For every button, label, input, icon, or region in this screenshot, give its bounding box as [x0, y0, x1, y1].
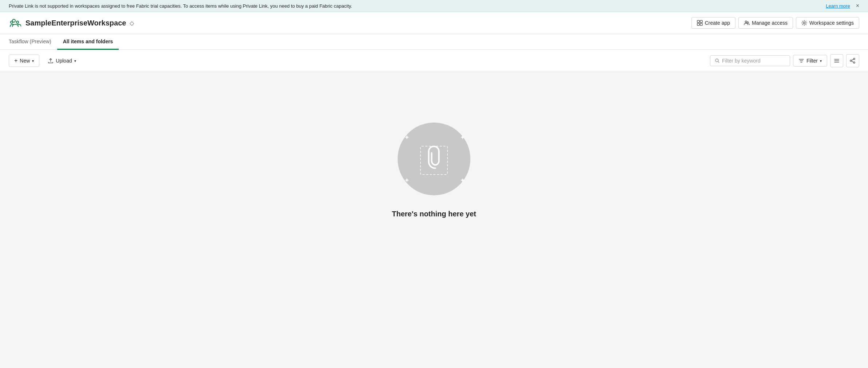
tab-all-items[interactable]: All items and folders [57, 34, 119, 50]
svg-point-17 [853, 58, 855, 60]
upload-button[interactable]: Upload ▾ [42, 55, 81, 67]
tab-taskflow[interactable]: Taskflow (Preview) [9, 34, 57, 50]
svg-point-18 [853, 62, 855, 63]
workspace-icon [9, 16, 22, 29]
manage-access-label: Manage access [752, 20, 788, 26]
diamond-icon: ◇ [130, 20, 134, 27]
svg-point-8 [747, 22, 749, 23]
svg-point-7 [745, 21, 747, 23]
main-content: ✦ ✦ ✦ ✦ There's nothing here yet [0, 72, 868, 254]
create-app-label: Create app [705, 20, 730, 26]
share-icon [850, 58, 856, 64]
filter-label: Filter [806, 58, 818, 64]
banner-close-button[interactable]: × [856, 3, 859, 9]
header: SampleEnterpriseWorkspace ◇ Create app M… [0, 12, 868, 34]
header-left: SampleEnterpriseWorkspace ◇ [9, 16, 134, 29]
filter-placeholder: Filter by keyword [722, 58, 761, 64]
workspace-settings-button[interactable]: Workspace settings [796, 17, 859, 29]
view-toggle-button[interactable] [830, 54, 843, 67]
svg-point-9 [804, 22, 805, 24]
header-right: Create app Manage access Workspace setti… [691, 17, 859, 29]
new-button[interactable]: + New ▾ [9, 55, 39, 67]
workspace-settings-icon [801, 20, 807, 26]
toolbar: + New ▾ Upload ▾ Filter by keyword [0, 50, 868, 72]
workspace-settings-label: Workspace settings [809, 20, 854, 26]
manage-access-icon [744, 20, 750, 26]
upload-icon [48, 58, 54, 64]
search-icon [715, 58, 720, 63]
svg-rect-5 [697, 23, 699, 25]
create-app-icon [697, 20, 703, 26]
empty-illustration: ✦ ✦ ✦ ✦ [398, 123, 470, 195]
svg-point-1 [16, 21, 19, 23]
sparkle-top-right-icon: ✦ [460, 133, 465, 141]
svg-line-21 [852, 61, 854, 62]
svg-rect-4 [700, 20, 702, 23]
share-view-button[interactable] [846, 54, 859, 67]
sparkle-bottom-left-icon: ✦ [404, 176, 410, 184]
workspace-name: SampleEnterpriseWorkspace [25, 19, 126, 27]
paperclip-icon [427, 145, 443, 171]
private-link-banner: Private Link is not supported in workspa… [0, 0, 868, 12]
tabs-bar: Taskflow (Preview) All items and folders [0, 34, 868, 50]
filter-chevron-icon: ▾ [820, 59, 822, 63]
filter-icon [798, 58, 804, 64]
toolbar-right: Filter by keyword Filter ▾ [710, 54, 859, 67]
svg-rect-6 [700, 23, 702, 25]
learn-more-link[interactable]: Learn more [826, 3, 850, 9]
filter-button[interactable]: Filter ▾ [793, 55, 827, 67]
new-chevron-icon: ▾ [32, 59, 34, 63]
list-view-icon [834, 58, 840, 64]
filter-keyword-input[interactable]: Filter by keyword [710, 55, 790, 66]
empty-state-title: There's nothing here yet [392, 210, 476, 218]
new-label: New [20, 58, 30, 64]
banner-message: Private Link is not supported in workspa… [9, 3, 821, 9]
svg-point-2 [11, 21, 13, 23]
svg-line-20 [852, 59, 854, 60]
create-app-button[interactable]: Create app [691, 17, 735, 29]
sparkle-bottom-right-icon: ✦ [460, 176, 465, 184]
manage-access-button[interactable]: Manage access [738, 17, 793, 29]
svg-rect-3 [697, 20, 699, 23]
plus-icon: + [14, 57, 17, 64]
upload-chevron-icon: ▾ [74, 59, 76, 63]
toolbar-left: + New ▾ Upload ▾ [9, 55, 82, 67]
workspace-logo-icon [9, 17, 21, 29]
upload-label: Upload [56, 58, 72, 64]
sparkle-top-left-icon: ✦ [404, 133, 410, 141]
svg-point-19 [850, 60, 852, 61]
